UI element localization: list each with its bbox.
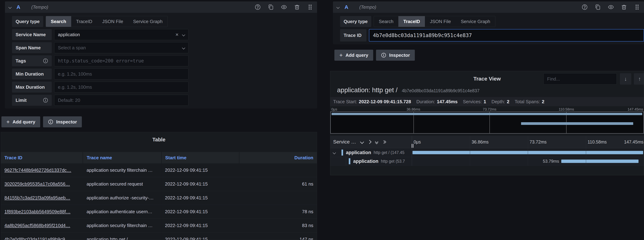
query-type-row: Query type Search TraceID JSON File Serv… [12, 16, 317, 27]
span-service-name: application [353, 159, 378, 164]
trace-id-link[interactable]: 3020259cb95535a17c08a556… [4, 181, 70, 187]
inspector-button[interactable]: Inspector [376, 50, 415, 61]
query-header-actions [255, 4, 313, 10]
duplicate-icon[interactable] [268, 4, 274, 10]
query-editor-body: Query type Search TraceID JSON File Serv… [5, 13, 317, 109]
tab-service-graph[interactable]: Service Graph [456, 16, 495, 27]
query-type-row: Query type Search TraceID JSON File Serv… [340, 16, 644, 27]
table-header: Trace ID Trace name Start time Duration [1, 152, 317, 163]
table-row: 3020259cb95535a17c08a556… application se… [1, 177, 317, 191]
hide-query-eye-icon[interactable] [281, 4, 287, 10]
span-duration-bar[interactable] [412, 151, 643, 154]
collapse-query-icon[interactable] [336, 6, 340, 9]
add-query-button[interactable]: + Add query [334, 50, 373, 61]
span-row: application http get (53.7 53.79ms [330, 157, 644, 166]
trace-view-titlebar: Trace View Find... ↓ ↑ [330, 71, 644, 86]
tags-placeholder: http.status_code=200 error=true [58, 58, 144, 64]
span-name-select[interactable]: Select a span [54, 42, 188, 53]
collapse-query-icon[interactable] [8, 6, 12, 9]
service-operation-column-header: Service … [330, 136, 412, 148]
trace-title: application: http get / [337, 86, 398, 94]
trace-id-link[interactable]: 4b7e0d8bc03da1191a89b9c9… [4, 237, 70, 240]
column-resize-handle[interactable] [412, 144, 414, 148]
help-icon[interactable] [255, 4, 261, 10]
tab-search[interactable]: Search [374, 16, 398, 27]
double-chevron-right-icon[interactable] [382, 141, 386, 143]
query-card: A (Tempo) Query type Search TraceID JSON… [5, 2, 317, 109]
right-query-editor: A (Tempo) Query type Search TraceID [333, 2, 644, 61]
column-header-duration[interactable]: Duration [240, 152, 317, 163]
tab-traceid[interactable]: TraceID [71, 16, 98, 27]
find-placeholder: Find... [547, 76, 560, 82]
minimap-tick-labels: 0μs 36.86ms 73.72ms 110.58ms 147.45ms [330, 107, 644, 112]
trace-id-subtitle: 4b7e0d8bc03da1191a89b9c951c4e837 [402, 88, 480, 93]
tab-traceid[interactable]: TraceID [398, 16, 425, 27]
tags-input[interactable]: http.status_code=200 error=true [54, 55, 188, 66]
timeline-header: Service … 0μs 36.86ms 73.72ms 110.58ms 1… [330, 136, 644, 148]
query-datasource: (Tempo) [359, 5, 376, 10]
span-service-name: application [346, 150, 371, 155]
limit-row: Limit Default: 20 [12, 95, 317, 106]
column-header-start-time[interactable]: Start time [162, 152, 239, 163]
span-row-timeline: 53.79ms [412, 157, 644, 165]
trace-id-input[interactable]: 4b7e0d8bc03da1191a89b9c951c4e837 [369, 29, 644, 42]
drag-grip-icon[interactable] [634, 4, 640, 10]
query-type-label: Query type [340, 16, 371, 27]
table-row: 1f893be2103abb5649509e88f… application a… [1, 205, 317, 219]
chevron-down-icon[interactable] [360, 140, 364, 144]
query-type-tabs: Search TraceID JSON File Service Graph [374, 16, 496, 27]
query-header-actions [582, 4, 640, 10]
service-name-select[interactable]: application × [54, 29, 188, 40]
info-icon[interactable] [43, 98, 48, 103]
drag-grip-icon[interactable] [307, 4, 313, 10]
tab-json-file[interactable]: JSON File [97, 16, 128, 27]
info-icon[interactable] [43, 58, 48, 64]
query-actions: + Add query Inspector [334, 50, 644, 61]
span-duration-bar[interactable] [561, 160, 638, 163]
add-query-button[interactable]: + Add query [2, 116, 40, 127]
chevron-right-icon[interactable] [368, 140, 372, 144]
query-editor-body: Query type Search TraceID JSON File Serv… [333, 13, 644, 44]
trace-header: application: http get / 4b7e0d8bc03da119… [330, 86, 644, 97]
trace-id-link[interactable]: 9627fc7448b9462726d1337dc… [4, 167, 71, 173]
tab-service-graph[interactable]: Service Graph [128, 16, 168, 27]
double-chevron-down-icon[interactable] [376, 140, 378, 144]
find-input[interactable]: Find... [544, 73, 617, 85]
inspector-button[interactable]: Inspector [43, 116, 82, 127]
tab-json-file[interactable]: JSON File [425, 16, 456, 27]
query-actions: + Add query Inspector [2, 116, 317, 127]
limit-input[interactable]: Default: 20 [54, 95, 188, 106]
trace-meta-bar: Trace Start:2022-12-09 09:41:15.728 Dura… [330, 97, 644, 106]
find-next-button[interactable]: ↓ [620, 73, 631, 85]
delete-query-trash-icon[interactable] [294, 4, 300, 10]
arrow-up-icon: ↑ [638, 76, 641, 82]
table-row: 4a8b2965acf5868b495f210d4… application s… [1, 219, 317, 232]
delete-query-trash-icon[interactable] [621, 4, 627, 10]
max-duration-input[interactable]: e.g. 1.2s, 100ms [54, 82, 188, 93]
minimap-span-bar [332, 113, 642, 115]
info-icon [381, 53, 386, 58]
table-row: 4b7e0d8bc03da1191a89b9c9… application ht… [1, 232, 317, 240]
duplicate-icon[interactable] [595, 4, 601, 10]
max-duration-placeholder: e.g. 1.2s, 100ms [58, 84, 92, 90]
span-accent-bar [342, 150, 343, 156]
column-header-trace-name[interactable]: Trace name [83, 152, 161, 163]
min-duration-label: Min Duration [12, 69, 52, 80]
hide-query-eye-icon[interactable] [608, 4, 614, 10]
table-body: 9627fc7448b9462726d1337dc… application s… [1, 163, 317, 240]
collapse-span-icon[interactable] [333, 151, 336, 154]
clear-value-icon[interactable]: × [175, 32, 178, 37]
tab-search[interactable]: Search [46, 16, 71, 27]
trace-id-link[interactable]: 1f893be2103abb5649509e88f… [4, 209, 70, 214]
trace-minimap[interactable] [330, 112, 644, 134]
min-duration-input[interactable]: e.g. 1.2s, 100ms [54, 69, 188, 80]
max-duration-label: Max Duration [12, 82, 52, 93]
trace-id-link[interactable]: 4a8b2965acf5868b495f210d4… [4, 223, 70, 228]
column-header-trace-id[interactable]: Trace ID [1, 152, 82, 163]
query-type-tabs: Search TraceID JSON File Service Graph [46, 16, 168, 27]
find-prev-button[interactable]: ↑ [634, 73, 644, 85]
help-icon[interactable] [582, 4, 588, 10]
span-row-label[interactable]: application http get (53.7 [330, 157, 412, 165]
trace-id-link[interactable]: 84155b7c3ad21f3a09fa95aeb… [4, 195, 70, 201]
span-row-label[interactable]: application http get / (147.45 [330, 148, 412, 157]
